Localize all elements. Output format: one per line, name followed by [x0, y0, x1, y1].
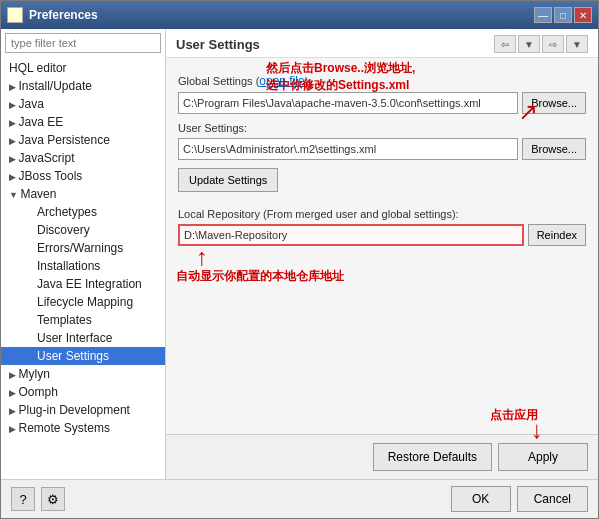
sidebar-item-install[interactable]: Install/Update: [1, 77, 165, 95]
sidebar-item-archetypes[interactable]: Archetypes: [1, 203, 165, 221]
sidebar-item-javaee-integration[interactable]: Java EE Integration: [1, 275, 165, 293]
window-title: Preferences: [29, 8, 98, 22]
sidebar-item-errors[interactable]: Errors/Warnings: [1, 239, 165, 257]
bottom-action-bar: Restore Defaults Apply: [166, 434, 598, 479]
panel-body: Global Settings (open file): Browse... U…: [166, 58, 598, 434]
right-panel: User Settings ⇦ ▼ ⇨ ▼ 然后点击Browse..浏览地址, …: [166, 29, 598, 479]
filter-input[interactable]: [5, 33, 161, 53]
tree: HQL editor Install/Update Java Java EE J…: [1, 57, 165, 479]
sidebar-item-jboss[interactable]: JBoss Tools: [1, 167, 165, 185]
local-repo-section: Local Repository (From merged user and g…: [178, 208, 586, 246]
footer-right: OK Cancel: [451, 486, 588, 512]
sidebar-item-mylyn[interactable]: Mylyn: [1, 365, 165, 383]
user-browse-button[interactable]: Browse...: [522, 138, 586, 160]
sidebar-item-templates[interactable]: Templates: [1, 311, 165, 329]
nav-fwd-button[interactable]: ⇨: [542, 35, 564, 53]
restore-defaults-button[interactable]: Restore Defaults: [373, 443, 492, 471]
open-file-link[interactable]: open file: [259, 74, 304, 88]
update-settings-button[interactable]: Update Settings: [178, 168, 278, 192]
sidebar-item-user-interface[interactable]: User Interface: [1, 329, 165, 347]
panel-content-area: 然后点击Browse..浏览地址, 选中你修改的Settings.xml ↗ 首…: [166, 58, 598, 479]
nav-buttons: ⇦ ▼ ⇨ ▼: [494, 35, 588, 53]
ok-button[interactable]: OK: [451, 486, 511, 512]
local-repo-input[interactable]: [178, 224, 524, 246]
panel-title: User Settings: [176, 37, 260, 52]
main-content: HQL editor Install/Update Java Java EE J…: [1, 29, 598, 479]
title-bar: ⚙ Preferences — □ ✕: [1, 1, 598, 29]
apply-button[interactable]: Apply: [498, 443, 588, 471]
sidebar-item-lifecycle[interactable]: Lifecycle Mapping: [1, 293, 165, 311]
footer-bar: ? ⚙ OK Cancel: [1, 479, 598, 518]
sidebar-item-javascript[interactable]: JavaScript: [1, 149, 165, 167]
global-browse-button[interactable]: Browse...: [522, 92, 586, 114]
sidebar: HQL editor Install/Update Java Java EE J…: [1, 29, 166, 479]
user-input-row: Browse...: [178, 138, 586, 160]
title-buttons: — □ ✕: [534, 7, 592, 23]
global-label: Global Settings (open file):: [178, 74, 586, 88]
help-button[interactable]: ?: [11, 487, 35, 511]
window-icon: ⚙: [7, 7, 23, 23]
nav-back-button[interactable]: ⇦: [494, 35, 516, 53]
sidebar-item-maven[interactable]: Maven: [1, 185, 165, 203]
maximize-button[interactable]: □: [554, 7, 572, 23]
local-input-row: Reindex: [178, 224, 586, 246]
sidebar-item-plugin[interactable]: Plug-in Development: [1, 401, 165, 419]
cancel-button[interactable]: Cancel: [517, 486, 588, 512]
reindex-button[interactable]: Reindex: [528, 224, 586, 246]
global-settings-input[interactable]: [178, 92, 518, 114]
sidebar-item-hql[interactable]: HQL editor: [1, 59, 165, 77]
sidebar-item-java-ee[interactable]: Java EE: [1, 113, 165, 131]
local-label: Local Repository (From merged user and g…: [178, 208, 586, 220]
user-settings-input[interactable]: [178, 138, 518, 160]
sidebar-item-user-settings[interactable]: User Settings: [1, 347, 165, 365]
sidebar-item-java[interactable]: Java: [1, 95, 165, 113]
sidebar-item-java-persistence[interactable]: Java Persistence: [1, 131, 165, 149]
sidebar-item-discovery[interactable]: Discovery: [1, 221, 165, 239]
settings-button[interactable]: ⚙: [41, 487, 65, 511]
footer-left: ? ⚙: [11, 487, 65, 511]
nav-dropdown-button[interactable]: ▼: [518, 35, 540, 53]
panel-header: User Settings ⇦ ▼ ⇨ ▼: [166, 29, 598, 58]
title-bar-left: ⚙ Preferences: [7, 7, 98, 23]
sidebar-item-remote[interactable]: Remote Systems: [1, 419, 165, 437]
user-label: User Settings:: [178, 122, 586, 134]
global-input-row: Browse...: [178, 92, 586, 114]
sidebar-item-installations[interactable]: Installations: [1, 257, 165, 275]
close-button[interactable]: ✕: [574, 7, 592, 23]
nav-fwd-dropdown-button[interactable]: ▼: [566, 35, 588, 53]
minimize-button[interactable]: —: [534, 7, 552, 23]
preferences-window: ⚙ Preferences — □ ✕ HQL editor Install/U…: [0, 0, 599, 519]
sidebar-item-oomph[interactable]: Oomph: [1, 383, 165, 401]
